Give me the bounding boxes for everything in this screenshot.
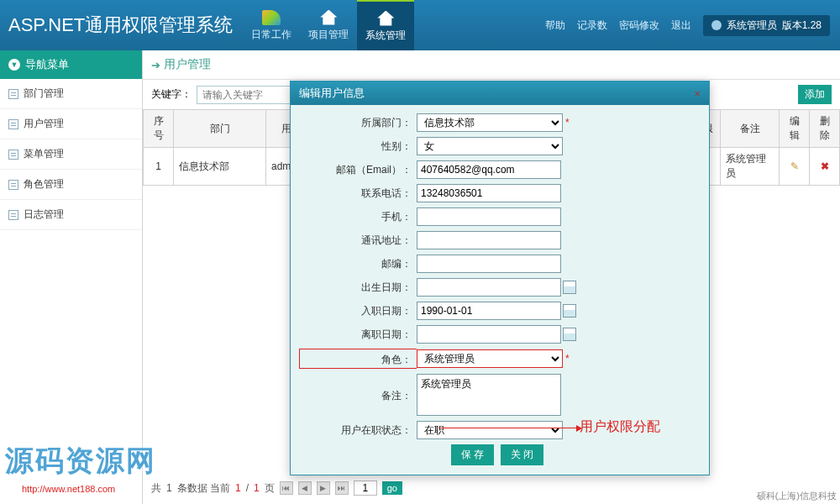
sidebar-item-menu[interactable]: 菜单管理 bbox=[0, 139, 142, 170]
email-label: 邮箱（Email）： bbox=[299, 163, 417, 177]
annotation-arrow bbox=[438, 428, 581, 428]
pager-total: 1 bbox=[254, 482, 260, 494]
calendar-icon[interactable] bbox=[563, 304, 576, 318]
pager-cur: 1 bbox=[235, 482, 241, 494]
save-button[interactable]: 保 存 bbox=[451, 444, 494, 465]
nav-tab-system[interactable]: 系统管理 bbox=[357, 0, 414, 50]
col-idx: 序号 bbox=[144, 110, 174, 148]
sidebar-item-label: 用户管理 bbox=[24, 117, 64, 131]
sidebar-item-role[interactable]: 角色管理 bbox=[0, 170, 142, 200]
mobile-label: 手机： bbox=[299, 210, 417, 224]
mobile-input[interactable] bbox=[417, 207, 561, 226]
page-title: ➔ 用户管理 bbox=[143, 50, 840, 80]
cell-idx: 1 bbox=[144, 148, 174, 186]
list-icon bbox=[8, 150, 18, 160]
birth-input[interactable] bbox=[417, 278, 561, 297]
house-icon bbox=[375, 10, 396, 27]
header-right: 帮助 记录数 密码修改 退出 系统管理员 版本1.28 bbox=[545, 15, 840, 36]
delete-icon: ✖ bbox=[821, 160, 829, 172]
sidebar-item-label: 部门管理 bbox=[24, 87, 64, 101]
sidebar-item-user[interactable]: 用户管理 bbox=[0, 109, 142, 139]
address-input[interactable] bbox=[417, 231, 561, 249]
zip-input[interactable] bbox=[417, 255, 561, 273]
nav-tab-daily[interactable]: 日常工作 bbox=[243, 0, 300, 50]
sidebar-item-dept[interactable]: 部门管理 bbox=[0, 79, 142, 109]
role-label: 角色： bbox=[299, 349, 417, 369]
list-icon bbox=[8, 119, 18, 129]
pager-mid: 条数据 当前 bbox=[177, 481, 230, 496]
address-label: 通讯地址： bbox=[299, 234, 417, 248]
last-page-button[interactable]: ⏭ bbox=[335, 481, 349, 495]
records-link[interactable]: 记录数 bbox=[577, 18, 607, 33]
edit-user-dialog: 编辑用户信息 × 所属部门：信息技术部* 性别：女 邮箱（Email）： 联系电… bbox=[290, 81, 710, 475]
page-title-label: 用户管理 bbox=[164, 57, 211, 72]
dialog-title-label: 编辑用户信息 bbox=[299, 86, 365, 101]
first-page-button[interactable]: ⏮ bbox=[280, 481, 293, 495]
leave-label: 离职日期： bbox=[299, 328, 417, 342]
status-label: 用户在职状态： bbox=[299, 423, 417, 438]
dialog-footer: 保 存 关 闭 bbox=[299, 444, 696, 474]
hire-label: 入职日期： bbox=[299, 304, 417, 318]
cell-note: 系统管理员 bbox=[721, 148, 780, 186]
cell-del[interactable]: ✖ bbox=[810, 148, 840, 186]
nav-tab-label: 项目管理 bbox=[308, 28, 349, 42]
pager-sep: / bbox=[246, 482, 249, 494]
edit-icon: ✎ bbox=[790, 160, 799, 172]
nav-tab-label: 系统管理 bbox=[365, 29, 406, 43]
exit-link[interactable]: 退出 bbox=[671, 18, 691, 33]
pager-count: 1 bbox=[166, 482, 172, 494]
close-icon[interactable]: × bbox=[694, 87, 701, 100]
page-input[interactable] bbox=[354, 480, 377, 496]
app-title: ASP.NET通用权限管理系统 bbox=[0, 13, 243, 38]
cell-edit[interactable]: ✎ bbox=[780, 148, 810, 186]
sidebar-item-label: 角色管理 bbox=[24, 177, 64, 192]
next-page-button[interactable]: ▶ bbox=[317, 481, 330, 495]
role-select[interactable]: 系统管理员 bbox=[417, 349, 563, 368]
leave-input[interactable] bbox=[417, 325, 561, 344]
dept-select[interactable]: 信息技术部 bbox=[417, 113, 563, 132]
dialog-titlebar[interactable]: 编辑用户信息 × bbox=[291, 81, 709, 105]
status-select[interactable]: 在职 bbox=[417, 421, 563, 439]
list-icon bbox=[8, 180, 18, 190]
nav-tab-label: 日常工作 bbox=[251, 28, 291, 42]
user-badge[interactable]: 系统管理员 版本1.28 bbox=[703, 15, 830, 36]
cell-dept: 信息技术部 bbox=[174, 148, 266, 186]
sidebar-title-label: 导航菜单 bbox=[25, 57, 69, 72]
note-label: 备注： bbox=[299, 374, 417, 403]
rainbow-icon bbox=[261, 9, 281, 26]
version-label: 版本1.28 bbox=[782, 18, 822, 33]
col-del: 删除 bbox=[810, 110, 840, 148]
gender-select[interactable]: 女 bbox=[417, 137, 563, 155]
sidebar: ▼ 导航菜单 部门管理 用户管理 菜单管理 角色管理 日志管理 bbox=[0, 50, 143, 504]
go-button[interactable]: go bbox=[382, 481, 402, 495]
note-textarea[interactable] bbox=[417, 374, 561, 416]
user-icon bbox=[711, 20, 722, 30]
nav-tabs: 日常工作 项目管理 系统管理 bbox=[243, 0, 414, 50]
col-note: 备注 bbox=[721, 110, 780, 148]
calendar-icon[interactable] bbox=[563, 328, 576, 341]
nav-tab-project[interactable]: 项目管理 bbox=[300, 0, 357, 50]
search-label: 关键字： bbox=[151, 87, 192, 102]
house-icon bbox=[318, 9, 339, 26]
pwd-link[interactable]: 密码修改 bbox=[619, 18, 659, 33]
phone-label: 联系电话： bbox=[299, 186, 417, 201]
arrow-down-icon: ▼ bbox=[8, 59, 20, 71]
pager: 共1条数据 当前1/1页 ⏮ ◀ ▶ ⏭ go bbox=[151, 480, 402, 496]
phone-input[interactable] bbox=[417, 184, 561, 202]
sidebar-item-log[interactable]: 日志管理 bbox=[0, 200, 142, 230]
pager-prefix: 共 bbox=[151, 481, 161, 496]
sidebar-item-label: 日志管理 bbox=[24, 207, 64, 222]
col-edit: 编辑 bbox=[780, 110, 810, 148]
user-name: 系统管理员 bbox=[727, 18, 777, 33]
add-button[interactable]: 添加 bbox=[798, 85, 832, 104]
sidebar-title: ▼ 导航菜单 bbox=[0, 50, 142, 79]
app-header: ASP.NET通用权限管理系统 日常工作 项目管理 系统管理 帮助 记录数 密码… bbox=[0, 0, 840, 50]
email-input[interactable] bbox=[417, 160, 561, 179]
calendar-icon[interactable] bbox=[563, 281, 576, 294]
pager-suffix: 页 bbox=[265, 481, 275, 496]
hire-input[interactable] bbox=[417, 302, 561, 320]
prev-page-button[interactable]: ◀ bbox=[298, 481, 312, 495]
close-button[interactable]: 关 闭 bbox=[501, 444, 543, 465]
required-icon: * bbox=[565, 117, 570, 129]
help-link[interactable]: 帮助 bbox=[545, 18, 565, 33]
